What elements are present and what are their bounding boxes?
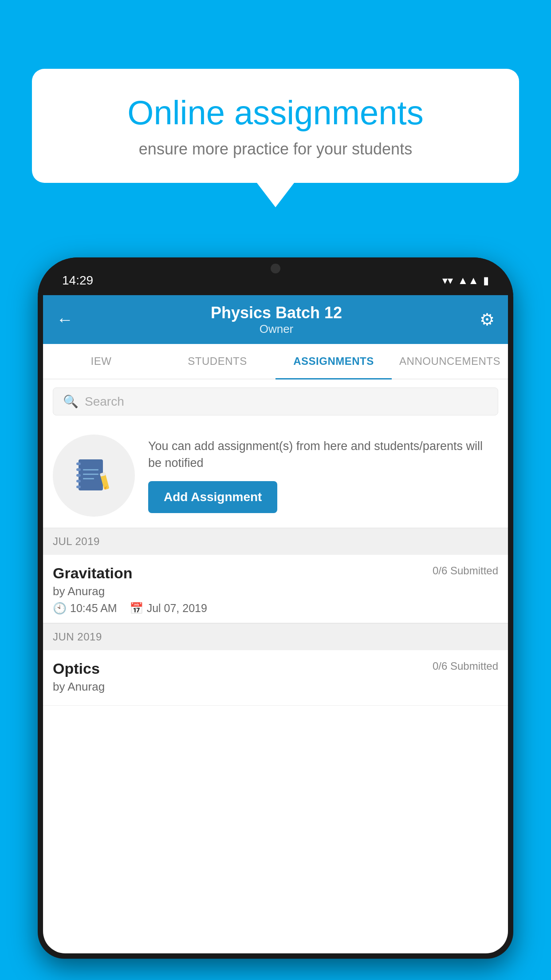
speech-bubble: Online assignments ensure more practice …: [32, 69, 519, 183]
wifi-icon: ▾▾: [442, 274, 453, 287]
header-title-container: Physics Batch 12 Owner: [73, 304, 480, 336]
tab-students[interactable]: STUDENTS: [159, 344, 276, 379]
owner-label: Owner: [73, 322, 480, 336]
search-input[interactable]: Search: [85, 395, 124, 409]
tab-iew[interactable]: IEW: [43, 344, 159, 379]
phone-container: 14:29 ▾▾ ▲▲ ▮ ← Physics Batch 12 Owner ⚙: [38, 257, 513, 980]
speech-bubble-container: Online assignments ensure more practice …: [32, 69, 519, 207]
tab-assignments-label: ASSIGNMENTS: [293, 355, 374, 368]
search-icon: 🔍: [63, 394, 79, 409]
info-card-description: You can add assignment(s) from here and …: [148, 438, 498, 472]
tab-assignments[interactable]: ASSIGNMENTS: [276, 344, 392, 379]
tab-iew-label: IEW: [91, 355, 112, 368]
svg-rect-4: [76, 480, 81, 482]
svg-rect-5: [76, 486, 81, 488]
assignment-meta-gravitation: 🕙 10:45 AM 📅 Jul 07, 2019: [53, 602, 498, 615]
phone-status-bar: 14:29 ▾▾ ▲▲ ▮: [38, 257, 513, 295]
tabs-bar: IEW STUDENTS ASSIGNMENTS ANNOUNCEMENTS: [43, 344, 508, 379]
assignment-title-gravitation: Gravitation: [53, 565, 132, 582]
front-camera: [271, 264, 280, 273]
phone-screen: ← Physics Batch 12 Owner ⚙ IEW STUDENTS …: [43, 295, 508, 953]
assignment-title-optics: Optics: [53, 660, 100, 677]
tab-announcements[interactable]: ANNOUNCEMENTS: [392, 344, 508, 379]
info-card: You can add assignment(s) from here and …: [43, 423, 508, 528]
section-header-jun: JUN 2019: [43, 623, 508, 650]
submitted-badge-gravitation: 0/6 Submitted: [433, 565, 498, 577]
battery-icon: ▮: [483, 274, 489, 287]
info-card-content: You can add assignment(s) from here and …: [148, 438, 498, 514]
batch-title: Physics Batch 12: [73, 304, 480, 322]
signal-icon: ▲▲: [457, 274, 479, 287]
svg-rect-8: [83, 478, 94, 479]
status-time: 14:29: [62, 273, 93, 288]
assignment-date: 📅 Jul 07, 2019: [130, 602, 207, 615]
assignment-author-optics: by Anurag: [53, 680, 498, 694]
assignment-row-header-optics: Optics 0/6 Submitted: [53, 660, 498, 677]
assignment-time: 🕙 10:45 AM: [53, 602, 117, 615]
bubble-title: Online assignments: [61, 93, 490, 132]
calendar-icon: 📅: [130, 602, 143, 615]
phone-frame: 14:29 ▾▾ ▲▲ ▮ ← Physics Batch 12 Owner ⚙: [38, 257, 513, 959]
phone-notch: [249, 257, 302, 276]
tab-students-label: STUDENTS: [188, 355, 247, 368]
assignment-author-gravitation: by Anurag: [53, 585, 498, 598]
svg-rect-3: [76, 474, 81, 477]
tab-announcements-label: ANNOUNCEMENTS: [399, 355, 500, 368]
section-header-jul: JUL 2019: [43, 528, 508, 555]
assignment-item-optics[interactable]: Optics 0/6 Submitted by Anurag: [43, 650, 508, 706]
bubble-subtitle: ensure more practice for your students: [61, 140, 490, 158]
back-button[interactable]: ←: [56, 310, 73, 329]
submitted-badge-optics: 0/6 Submitted: [433, 660, 498, 672]
notebook-icon-circle: [53, 435, 135, 517]
settings-icon[interactable]: ⚙: [480, 310, 495, 329]
svg-rect-7: [83, 474, 98, 475]
bubble-arrow: [257, 183, 294, 207]
svg-rect-6: [83, 469, 98, 470]
svg-rect-1: [76, 462, 81, 465]
assignment-row-header: Gravitation 0/6 Submitted: [53, 565, 498, 582]
assignment-time-value: 10:45 AM: [70, 602, 117, 615]
assignment-item-gravitation[interactable]: Gravitation 0/6 Submitted by Anurag 🕙 10…: [43, 555, 508, 623]
assignment-date-value: Jul 07, 2019: [147, 602, 207, 615]
svg-rect-2: [76, 468, 81, 471]
search-container: 🔍 Search: [43, 379, 508, 423]
search-bar[interactable]: 🔍 Search: [53, 387, 498, 415]
status-icons: ▾▾ ▲▲ ▮: [442, 274, 489, 287]
add-assignment-button[interactable]: Add Assignment: [148, 481, 277, 513]
app-header: ← Physics Batch 12 Owner ⚙: [43, 295, 508, 344]
notebook-icon: [74, 456, 114, 496]
clock-icon: 🕙: [53, 602, 67, 615]
